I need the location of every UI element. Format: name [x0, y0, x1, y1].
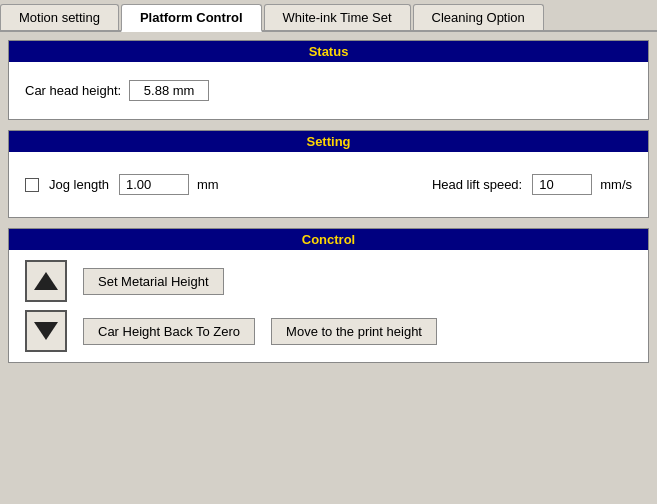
- control-panel-body: Set Metarial Height Car Height Back To Z…: [9, 250, 648, 362]
- jog-length-unit: mm: [197, 177, 219, 192]
- tab-cleaning-option[interactable]: Cleaning Option: [413, 4, 544, 30]
- tab-white-ink-time-set[interactable]: White-ink Time Set: [264, 4, 411, 30]
- control-row-up: Set Metarial Height: [25, 260, 632, 302]
- move-to-print-height-button[interactable]: Move to the print height: [271, 318, 437, 345]
- status-panel: Status Car head height: 5.88 mm: [8, 40, 649, 120]
- head-lift-speed-label: Head lift speed:: [432, 177, 522, 192]
- tab-platform-control[interactable]: Platform Control: [121, 4, 262, 32]
- status-panel-header: Status: [9, 41, 648, 62]
- car-head-height-label: Car head height:: [25, 83, 121, 98]
- control-row-down: Car Height Back To Zero Move to the prin…: [25, 310, 632, 352]
- status-panel-body: Car head height: 5.88 mm: [9, 62, 648, 119]
- control-panel: Conctrol Set Metarial Height Car Height …: [8, 228, 649, 363]
- setting-row: Jog length mm Head lift speed: mm/s: [25, 162, 632, 207]
- car-head-height-value: 5.88 mm: [129, 80, 209, 101]
- jog-length-input[interactable]: [119, 174, 189, 195]
- jog-length-checkbox[interactable]: [25, 178, 39, 192]
- control-panel-header: Conctrol: [9, 229, 648, 250]
- car-height-back-button[interactable]: Car Height Back To Zero: [83, 318, 255, 345]
- tab-bar: Motion setting Platform Control White-in…: [0, 0, 657, 32]
- up-arrow-button[interactable]: [25, 260, 67, 302]
- main-content: Status Car head height: 5.88 mm Setting …: [0, 32, 657, 381]
- up-arrow-icon: [34, 272, 58, 290]
- down-arrow-button[interactable]: [25, 310, 67, 352]
- head-lift-speed-unit: mm/s: [600, 177, 632, 192]
- tab-motion-setting[interactable]: Motion setting: [0, 4, 119, 30]
- setting-panel: Setting Jog length mm Head lift speed: m…: [8, 130, 649, 218]
- setting-panel-body: Jog length mm Head lift speed: mm/s: [9, 152, 648, 217]
- setting-panel-header: Setting: [9, 131, 648, 152]
- down-arrow-icon: [34, 322, 58, 340]
- head-lift-speed-input[interactable]: [532, 174, 592, 195]
- jog-length-label: Jog length: [49, 177, 109, 192]
- car-head-height-row: Car head height: 5.88 mm: [25, 72, 632, 109]
- set-material-height-button[interactable]: Set Metarial Height: [83, 268, 224, 295]
